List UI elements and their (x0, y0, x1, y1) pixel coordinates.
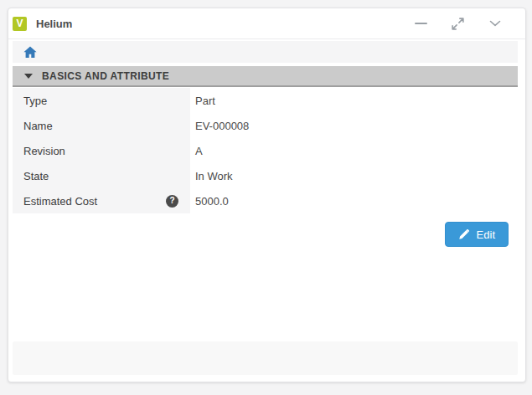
field-value: EV-000008 (190, 113, 518, 138)
chevron-down-icon (489, 20, 501, 27)
breadcrumb (13, 41, 518, 63)
field-row-estimated-cost: Estimated Cost ? 5000.0 (13, 188, 518, 213)
collapse-button[interactable] (488, 17, 502, 31)
field-label: Type (13, 88, 190, 113)
field-row-revision: Revision A (13, 138, 518, 163)
panel-footer-area (13, 341, 518, 375)
field-row-type: Type Part (13, 88, 518, 113)
field-row-state: State In Work (13, 163, 518, 188)
field-label: Estimated Cost (23, 195, 97, 208)
helium-widget-panel: V Helium (8, 8, 526, 382)
panel-header: V Helium (8, 8, 525, 39)
properties-form: Type Part Name EV-000008 Revision A Stat… (13, 88, 518, 213)
field-row-name: Name EV-000008 (13, 113, 518, 138)
field-value: 5000.0 (190, 188, 518, 213)
panel-content: BASICS AND ATTRIBUTE Type Part Name EV-0… (13, 41, 518, 247)
pencil-icon (458, 229, 469, 240)
home-icon[interactable] (23, 46, 37, 59)
field-label-with-help: Estimated Cost ? (13, 188, 190, 213)
field-label: Revision (13, 138, 190, 163)
edit-button[interactable]: Edit (445, 222, 509, 247)
minimize-button[interactable] (414, 17, 428, 31)
minimize-icon (415, 23, 427, 24)
field-label: State (13, 163, 190, 188)
edit-button-label: Edit (477, 228, 495, 241)
expand-button[interactable] (451, 17, 465, 31)
section-header-basics-and-attribute[interactable]: BASICS AND ATTRIBUTE (13, 66, 518, 87)
actions-row: Edit (13, 222, 518, 247)
question-circle-icon[interactable]: ? (166, 195, 178, 208)
window-controls (414, 17, 502, 31)
field-value: A (190, 138, 518, 163)
field-value: Part (190, 88, 518, 113)
app-logo-icon: V (13, 17, 27, 31)
panel-title: Helium (36, 18, 72, 30)
field-value: In Work (190, 163, 518, 188)
expand-icon (451, 17, 465, 31)
section-title: BASICS AND ATTRIBUTE (42, 70, 169, 82)
field-label: Name (13, 113, 190, 138)
caret-down-icon (24, 74, 33, 79)
